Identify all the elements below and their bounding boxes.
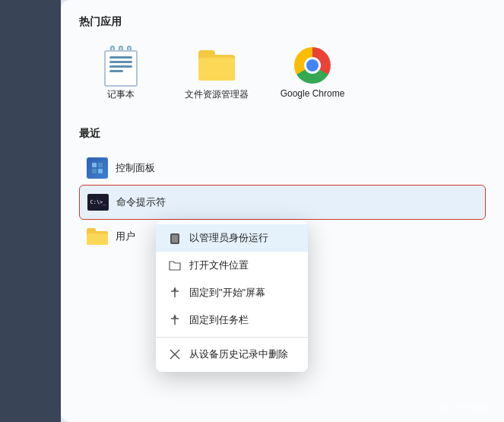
pin-start-icon	[168, 286, 182, 300]
svg-rect-5	[172, 235, 178, 243]
folder-icon	[198, 50, 235, 81]
context-menu: 以管理员身份运行 打开文件位置 固定到"开始"屏幕	[156, 221, 308, 372]
notepad-icon	[103, 47, 139, 84]
hot-apps-title: 热门应用	[79, 15, 486, 29]
menu-divider	[156, 337, 308, 338]
pin-taskbar-icon	[168, 313, 182, 327]
chrome-inner-circle	[304, 57, 321, 74]
explorer-label: 文件资源管理器	[185, 88, 249, 101]
chrome-label: Google Chrome	[281, 88, 345, 99]
cmd-label: 命令提示符	[116, 195, 166, 209]
app-item-notepad[interactable]: 记事本	[79, 40, 163, 109]
users-label: 用户	[116, 230, 135, 243]
menu-item-pin-start[interactable]: 固定到"开始"屏幕	[156, 279, 308, 306]
app-item-explorer[interactable]: 文件资源管理器	[175, 40, 258, 109]
cmd-img: C:\>_	[87, 194, 109, 211]
cmd-text-display: C:\>_	[90, 199, 106, 205]
run-as-admin-label: 以管理员身份运行	[189, 231, 268, 245]
menu-item-pin-taskbar[interactable]: 固定到任务栏	[156, 306, 308, 334]
controlpanel-label: 控制面板	[116, 161, 155, 175]
svg-rect-0	[92, 163, 97, 167]
cmd-icon: C:\>_	[87, 192, 109, 213]
watermark: CSDN @北村浪子	[429, 403, 496, 414]
chrome-icon-circle	[294, 47, 331, 84]
left-sidebar	[0, 0, 61, 422]
menu-item-open-location[interactable]: 打开文件位置	[156, 252, 308, 279]
svg-rect-2	[92, 169, 97, 173]
recent-title: 最近	[79, 127, 486, 141]
svg-rect-1	[98, 163, 103, 167]
explorer-icon	[198, 47, 235, 84]
app-grid: 记事本 文件资源管理器	[79, 40, 486, 109]
chrome-icon	[294, 47, 331, 84]
recent-item-cmd[interactable]: C:\>_ 命令提示符	[79, 185, 486, 220]
svg-marker-8	[173, 287, 176, 290]
delete-icon	[168, 347, 182, 361]
notepad-body	[104, 50, 138, 87]
notepad-label: 记事本	[107, 88, 135, 101]
folder-open-icon	[168, 259, 182, 272]
hot-apps-section: 热门应用	[79, 15, 486, 109]
controlpanel-icon	[87, 157, 108, 179]
svg-rect-3	[98, 169, 103, 173]
remove-history-label: 从设备历史记录中删除	[189, 347, 288, 361]
shield-icon	[168, 231, 182, 245]
pin-start-label: 固定到"开始"屏幕	[189, 286, 265, 300]
menu-item-remove-history[interactable]: 从设备历史记录中删除	[156, 341, 308, 368]
svg-marker-11	[173, 314, 176, 318]
menu-item-run-as-admin[interactable]: 以管理员身份运行	[156, 224, 308, 252]
recent-item-controlpanel[interactable]: 控制面板	[79, 151, 486, 185]
app-item-chrome[interactable]: Google Chrome	[271, 40, 354, 109]
folder-small-icon	[87, 228, 108, 245]
ctrl-panel-img	[87, 157, 108, 179]
pin-taskbar-label: 固定到任务栏	[189, 313, 249, 327]
open-location-label: 打开文件位置	[189, 259, 249, 272]
watermark-text: CSDN @北村浪子	[429, 404, 496, 413]
users-icon	[87, 226, 108, 247]
